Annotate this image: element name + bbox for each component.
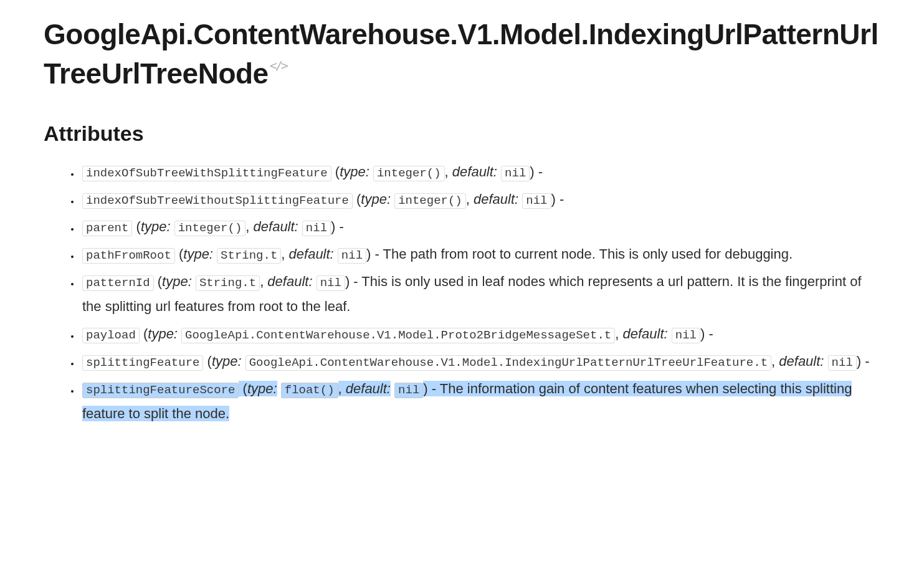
code-icon[interactable]: </> xyxy=(270,57,287,75)
meta-separator: , xyxy=(615,326,622,342)
default-label: default: xyxy=(346,381,391,396)
type-label: type: xyxy=(340,164,369,179)
meta-close: ) - xyxy=(857,353,870,369)
meta-open: ( xyxy=(353,191,361,207)
meta-open: ( xyxy=(140,326,148,342)
default-label: default: xyxy=(779,353,824,369)
meta-open: ( xyxy=(331,164,340,179)
meta-close: ) - xyxy=(331,219,344,234)
attribute-name: indexOfSubTreeWithoutSplittingFeature xyxy=(82,193,353,209)
type-label: type: xyxy=(148,326,178,342)
attribute-name: parent xyxy=(82,221,132,236)
meta-close: ) - xyxy=(423,381,439,396)
meta-open: ( xyxy=(132,219,140,234)
default-label: default: xyxy=(289,246,334,262)
attribute-name: patternId xyxy=(82,275,154,291)
attribute-name: indexOfSubTreeWithSplittingFeature xyxy=(82,166,331,181)
module-title-text: GoogleApi.ContentWarehouse.V1.Model.Inde… xyxy=(44,18,879,90)
default-label: default: xyxy=(474,191,518,207)
meta-separator: , xyxy=(281,246,288,262)
attribute-item: indexOfSubTreeWithSplittingFeature (type… xyxy=(80,160,879,184)
type-value: float() xyxy=(281,383,338,398)
attribute-item: pathFromRoot (type: String.t, default: n… xyxy=(80,242,879,267)
meta-close: ) - xyxy=(366,246,383,262)
type-label: type: xyxy=(141,219,171,234)
attribute-item: indexOfSubTreeWithoutSplittingFeature (t… xyxy=(80,187,879,212)
meta-separator: , xyxy=(245,219,253,234)
attribute-name: pathFromRoot xyxy=(82,248,175,264)
meta-open: ( xyxy=(239,381,247,396)
section-attributes-heading: Attributes xyxy=(44,122,879,146)
meta-close: ) - xyxy=(530,164,543,179)
module-title: GoogleApi.ContentWarehouse.V1.Model.Inde… xyxy=(44,15,879,94)
default-label: default: xyxy=(452,164,497,179)
type-label: type: xyxy=(247,381,277,396)
default-label: default: xyxy=(254,219,298,234)
attribute-name: payload xyxy=(82,328,140,343)
meta-open: ( xyxy=(203,353,211,369)
default-value: nil xyxy=(501,166,530,181)
meta-close: ) - xyxy=(345,274,361,289)
type-value: String.t xyxy=(217,248,281,264)
attributes-list: indexOfSubTreeWithSplittingFeature (type… xyxy=(44,160,879,426)
type-value: String.t xyxy=(196,275,260,291)
attribute-item: parent (type: integer(), default: nil) - xyxy=(80,214,879,239)
default-value: nil xyxy=(394,383,423,398)
type-value: integer() xyxy=(174,221,246,236)
default-label: default: xyxy=(267,274,312,289)
meta-separator: , xyxy=(445,164,452,179)
default-value: nil xyxy=(522,193,551,209)
default-value: nil xyxy=(828,355,857,371)
attribute-name: splittingFeatureScore xyxy=(82,383,239,398)
default-label: default: xyxy=(622,326,667,342)
attribute-item: splittingFeature (type: GoogleApi.Conten… xyxy=(80,349,879,374)
default-value: nil xyxy=(302,221,331,236)
type-value: GoogleApi.ContentWarehouse.V1.Model.Inde… xyxy=(245,355,771,371)
type-value: GoogleApi.ContentWarehouse.V1.Model.Prot… xyxy=(181,328,615,343)
meta-separator: , xyxy=(338,381,346,396)
default-value: nil xyxy=(338,248,366,264)
type-label: type: xyxy=(212,353,242,369)
attribute-item: payload (type: GoogleApi.ContentWarehous… xyxy=(80,322,879,347)
default-value: nil xyxy=(672,328,700,343)
default-value: nil xyxy=(317,275,345,291)
attribute-description: The path from root to current node. This… xyxy=(383,246,793,262)
meta-open: ( xyxy=(154,274,162,289)
meta-separator: , xyxy=(260,274,267,289)
type-label: type: xyxy=(183,246,213,262)
type-value: integer() xyxy=(394,193,466,209)
page: GoogleApi.ContentWarehouse.V1.Model.Inde… xyxy=(0,0,922,454)
type-label: type: xyxy=(361,191,391,207)
type-label: type: xyxy=(162,274,192,289)
type-value: integer() xyxy=(373,166,445,181)
meta-open: ( xyxy=(175,246,183,262)
meta-separator: , xyxy=(466,191,474,207)
meta-separator: , xyxy=(771,353,779,369)
meta-close: ) - xyxy=(551,191,564,207)
attribute-name: splittingFeature xyxy=(82,355,203,371)
meta-close: ) - xyxy=(700,326,713,342)
attribute-item: patternId (type: String.t, default: nil)… xyxy=(80,269,879,319)
attribute-item: splittingFeatureScore (type: float(), de… xyxy=(80,376,879,426)
